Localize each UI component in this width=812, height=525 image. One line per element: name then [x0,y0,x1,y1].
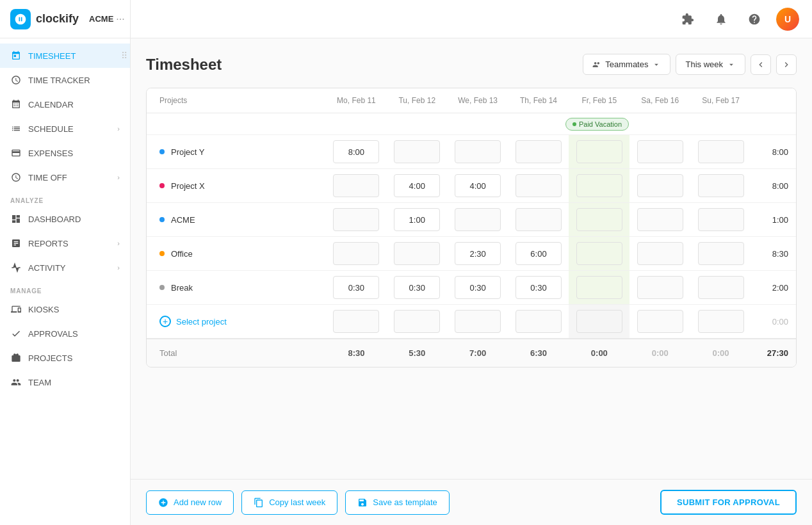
workspace-more-button[interactable]: ··· [116,13,124,25]
time-input-thu[interactable] [516,208,562,231]
add-row-button[interactable]: Add new row [146,490,234,515]
time-input-tue[interactable] [394,208,440,231]
time-input-wed[interactable] [455,208,501,231]
time-cell-fri [569,237,629,270]
project-name: ACME [171,215,195,225]
time-input-fri[interactable] [576,276,622,299]
time-input-fri[interactable] [576,174,622,197]
time-input-thu[interactable] [516,174,562,197]
user-avatar[interactable]: U [776,8,799,31]
time-input-mon[interactable] [333,174,379,197]
time-cell-mon [326,271,387,304]
puzzle-icon[interactable] [676,8,699,31]
time-input-thu[interactable] [516,140,562,163]
prev-week-button[interactable] [751,54,771,75]
logo-icon [10,9,31,29]
reports-icon [10,238,22,249]
sidebar-item-dashboard[interactable]: DASHBOARD [0,207,130,231]
total-mon: 8:30 [326,339,387,367]
week-dropdown[interactable]: This week [676,54,745,75]
submit-approval-button[interactable]: SUBMIT FOR APPROVAL [660,490,797,515]
sidebar-item-time-tracker[interactable]: TIME TRACKER [0,68,130,92]
time-input-sat[interactable] [637,208,683,231]
sidebar-item-reports[interactable]: REPORTS › [0,231,130,255]
copy-last-week-button[interactable]: Copy last week [241,490,337,515]
sidebar-item-approvals[interactable]: APPROVALS [0,321,130,346]
sidebar-item-schedule[interactable]: SCHEDULE › [0,117,130,141]
time-input[interactable] [516,310,562,333]
time-cell-tue [387,203,448,236]
sidebar-item-timesheet[interactable]: TIMESHEET ⠿ [0,44,130,68]
time-input-sun[interactable] [698,140,744,163]
row-total: 8:30 [751,237,796,270]
time-input-tue[interactable] [394,174,440,197]
time-cell-empty [508,305,569,338]
sidebar-item-activity[interactable]: ACTIVITY › [0,255,130,280]
time-input[interactable] [576,310,622,333]
save-template-button[interactable]: Save as template [345,490,449,515]
main-content: U Timesheet Teammates This week [131,0,812,525]
total-sun: 0:00 [690,339,751,367]
projects-icon [10,352,22,364]
submit-label: SUBMIT FOR APPROVAL [677,497,780,507]
help-icon[interactable] [743,8,766,31]
time-input-fri[interactable] [576,140,622,163]
topbar: U [131,0,812,38]
time-cell-sun [690,237,751,270]
time-input-tue[interactable] [394,276,440,299]
time-input-thu[interactable] [516,242,562,265]
vacation-cell-empty-4 [443,113,501,134]
total-tue: 5:30 [387,339,448,367]
sidebar-item-kiosks[interactable]: KIOSKS [0,297,130,321]
time-input-sat[interactable] [637,276,683,299]
time-input[interactable] [333,310,379,333]
time-input-fri[interactable] [576,242,622,265]
drag-handle[interactable]: ⠿ [121,51,127,61]
time-input-mon[interactable] [333,276,379,299]
vacation-cell-empty-1 [147,113,326,134]
time-input-sun[interactable] [698,276,744,299]
notification-icon[interactable] [710,8,733,31]
time-input-tue[interactable] [394,140,440,163]
time-input-sun[interactable] [698,174,744,197]
time-input-sat[interactable] [637,140,683,163]
time-input[interactable] [455,310,501,333]
approvals-icon [10,328,22,339]
time-input-wed[interactable] [455,276,501,299]
time-input[interactable] [698,310,744,333]
time-cell-sun [690,271,751,304]
time-input-wed[interactable] [455,174,501,197]
total-label: Total [147,339,326,367]
time-cell-thu [508,169,569,202]
teammates-dropdown[interactable]: Teammates [583,54,670,75]
time-cell-wed [448,169,508,202]
time-input-mon[interactable] [333,242,379,265]
time-input-sat[interactable] [637,174,683,197]
time-input-mon[interactable] [333,208,379,231]
time-input-mon[interactable] [333,140,379,163]
time-input[interactable] [637,310,683,333]
sidebar-item-calendar[interactable]: CALENDAR [0,92,130,117]
team-icon [10,376,22,388]
time-input-sat[interactable] [637,242,683,265]
time-cell-sat [629,237,690,270]
sidebar-item-projects[interactable]: PROJECTS [0,346,130,370]
time-input-fri[interactable] [576,208,622,231]
time-input[interactable] [394,310,440,333]
expenses-icon [10,147,22,159]
sidebar-item-expenses[interactable]: EXPENSES [0,141,130,165]
time-input-thu[interactable] [516,276,562,299]
time-input-sun[interactable] [698,242,744,265]
sidebar-item-team[interactable]: TEAM [0,370,130,394]
project-cell: Project X [147,169,326,202]
chevron-right-icon: › [117,239,120,247]
sidebar-item-time-off[interactable]: TIME OFF › [0,165,130,190]
next-week-button[interactable] [776,54,797,75]
select-project-cell[interactable]: + Select project [147,305,326,338]
time-input-tue[interactable] [394,242,440,265]
time-input-wed[interactable] [455,242,501,265]
time-input-wed[interactable] [455,140,501,163]
analyze-section-label: ANALYZE [0,190,130,207]
time-input-sun[interactable] [698,208,744,231]
time-cell-wed [448,135,508,168]
